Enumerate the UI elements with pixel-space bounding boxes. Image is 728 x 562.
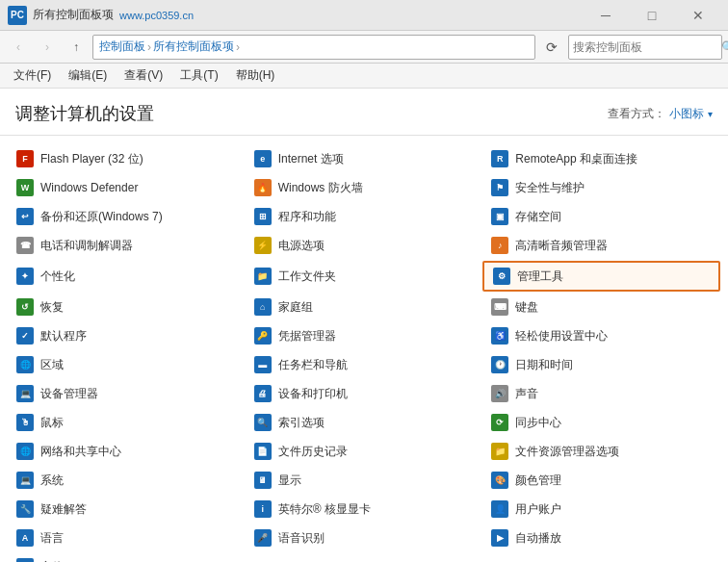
item-icon: ⚑ xyxy=(490,178,509,197)
item-label: 语言 xyxy=(40,530,64,547)
maximize-button[interactable]: □ xyxy=(630,1,674,30)
item-label: 索引选项 xyxy=(278,415,325,431)
item-icon: 🎨 xyxy=(490,471,509,490)
forward-button[interactable]: › xyxy=(35,35,60,60)
search-box: 🔍 xyxy=(568,35,722,60)
close-button[interactable]: ✕ xyxy=(676,1,720,30)
item-icon: A xyxy=(15,528,35,548)
back-button[interactable]: ‹ xyxy=(6,35,31,60)
list-item[interactable]: ♪高清晰音频管理器 xyxy=(482,232,720,259)
list-item[interactable]: FFlash Player (32 位) xyxy=(8,145,246,172)
page-title: 调整计算机的设置 xyxy=(15,102,154,125)
list-item[interactable]: A字体 xyxy=(8,553,246,562)
item-label: 高清晰音频管理器 xyxy=(515,238,608,254)
item-label: 鼠标 xyxy=(40,415,64,431)
list-item[interactable]: 👤用户账户 xyxy=(482,496,720,523)
list-item[interactable]: 💻设备管理器 xyxy=(8,380,246,407)
item-label: 疑难解答 xyxy=(40,501,87,518)
chevron-down-icon[interactable]: ▾ xyxy=(708,109,713,119)
search-icon: 🔍 xyxy=(721,40,728,54)
list-item[interactable]: i英特尔® 核显显卡 xyxy=(246,496,483,523)
list-item[interactable]: ▶自动播放 xyxy=(482,524,720,551)
menu-edit[interactable]: 编辑(E) xyxy=(61,65,115,86)
list-item[interactable]: 🎤语音识别 xyxy=(246,524,483,551)
item-icon: ✦ xyxy=(15,267,35,286)
list-item[interactable]: ▣存储空间 xyxy=(482,203,720,230)
item-icon: 💻 xyxy=(15,471,35,490)
list-item[interactable]: 🔍索引选项 xyxy=(246,409,483,436)
list-item[interactable]: 📄文件历史记录 xyxy=(246,438,483,465)
list-item[interactable]: ⌨键盘 xyxy=(482,294,720,320)
item-label: 备份和还原(Windows 7) xyxy=(40,209,163,225)
list-item[interactable]: 🖱鼠标 xyxy=(8,409,246,436)
menu-view[interactable]: 查看(V) xyxy=(117,65,170,86)
title-bar-left: PC 所有控制面板项 www.pc0359.cn xyxy=(8,6,194,25)
list-item[interactable]: A语言 xyxy=(8,524,246,551)
list-item[interactable]: 🌐区域 xyxy=(8,351,246,378)
breadcrumb-bar: 控制面板 › 所有控制面板项 › xyxy=(92,35,535,60)
list-item[interactable]: 📁工作文件夹 xyxy=(246,261,483,292)
item-icon: ⚡ xyxy=(253,236,273,255)
list-item[interactable]: 🔊声音 xyxy=(482,380,720,407)
view-current[interactable]: 小图标 xyxy=(669,106,704,122)
item-icon: 🔊 xyxy=(490,384,509,403)
list-item[interactable]: ⚡电源选项 xyxy=(246,232,483,259)
item-label: 英特尔® 核显显卡 xyxy=(278,501,371,518)
list-item[interactable]: 🔧疑难解答 xyxy=(8,496,246,523)
list-item[interactable]: ⚑安全性与维护 xyxy=(482,174,720,201)
item-icon: 🌐 xyxy=(15,442,35,461)
item-icon: 🔑 xyxy=(253,326,273,345)
item-label: 系统 xyxy=(40,473,64,489)
search-input[interactable] xyxy=(573,40,717,54)
list-item[interactable]: ♿轻松使用设置中心 xyxy=(482,322,720,349)
title-text: 所有控制面板项 xyxy=(33,7,114,23)
breadcrumb-home[interactable]: 控制面板 xyxy=(99,38,145,55)
minimize-button[interactable]: ─ xyxy=(584,1,628,30)
list-item[interactable]: eInternet 选项 xyxy=(246,145,483,172)
item-label: 颜色管理 xyxy=(515,473,561,489)
refresh-button[interactable]: ⟳ xyxy=(539,35,564,60)
list-item[interactable]: 📁文件资源管理器选项 xyxy=(482,438,720,465)
item-label: 电源选项 xyxy=(278,238,325,254)
list-item[interactable]: 🖥显示 xyxy=(246,467,483,494)
list-item[interactable]: ⟳同步中心 xyxy=(482,409,720,436)
list-item[interactable]: WWindows Defender xyxy=(8,174,246,201)
list-item[interactable]: RRemoteApp 和桌面连接 xyxy=(482,145,720,172)
main-content: 调整计算机的设置 查看方式： 小图标 ▾ FFlash Player (32 位… xyxy=(0,89,728,562)
item-icon: 📄 xyxy=(253,442,273,461)
list-item[interactable]: 🔑凭据管理器 xyxy=(246,322,483,349)
up-button[interactable]: ↑ xyxy=(64,35,89,60)
menu-tools[interactable]: 工具(T) xyxy=(172,65,225,86)
list-item[interactable]: ↩备份和还原(Windows 7) xyxy=(8,203,246,230)
items-grid: FFlash Player (32 位)eInternet 选项RRemoteA… xyxy=(0,136,728,562)
list-item[interactable]: ▬任务栏和导航 xyxy=(246,351,483,378)
list-item[interactable]: ⚙管理工具 xyxy=(482,261,720,292)
item-label: 声音 xyxy=(515,386,538,402)
item-icon: ↺ xyxy=(15,297,35,317)
list-item[interactable]: ⌂家庭组 xyxy=(246,294,483,320)
list-item[interactable]: 🎨颜色管理 xyxy=(482,467,720,494)
list-item[interactable]: ☎电话和调制解调器 xyxy=(8,232,246,259)
menu-help[interactable]: 帮助(H) xyxy=(228,65,283,86)
list-item[interactable]: 💻系统 xyxy=(8,467,246,494)
list-item[interactable]: 🕐日期和时间 xyxy=(482,351,720,378)
list-item[interactable]: ✓默认程序 xyxy=(8,322,246,349)
item-label: 用户账户 xyxy=(515,501,561,518)
list-item[interactable]: 🖨设备和打印机 xyxy=(246,380,483,407)
list-item[interactable]: ⊞程序和功能 xyxy=(246,203,483,230)
list-item[interactable]: ↺恢复 xyxy=(8,294,246,320)
item-icon: 🎤 xyxy=(253,528,273,548)
list-item[interactable]: 🌐网络和共享中心 xyxy=(8,438,246,465)
item-icon: ▬ xyxy=(253,355,273,374)
item-icon: 📁 xyxy=(253,267,273,286)
item-label: 设备管理器 xyxy=(40,386,98,402)
breadcrumb-current[interactable]: 所有控制面板项 xyxy=(153,38,234,55)
item-label: 程序和功能 xyxy=(278,209,336,225)
menu-file[interactable]: 文件(F) xyxy=(6,65,59,86)
item-icon: ↩ xyxy=(15,207,35,226)
list-item[interactable]: ✦个性化 xyxy=(8,261,246,292)
title-controls: ─ □ ✕ xyxy=(584,1,720,30)
item-label: 区域 xyxy=(40,357,64,373)
title-bar: PC 所有控制面板项 www.pc0359.cn ─ □ ✕ xyxy=(0,0,728,31)
list-item[interactable]: 🔥Windows 防火墙 xyxy=(246,174,483,201)
